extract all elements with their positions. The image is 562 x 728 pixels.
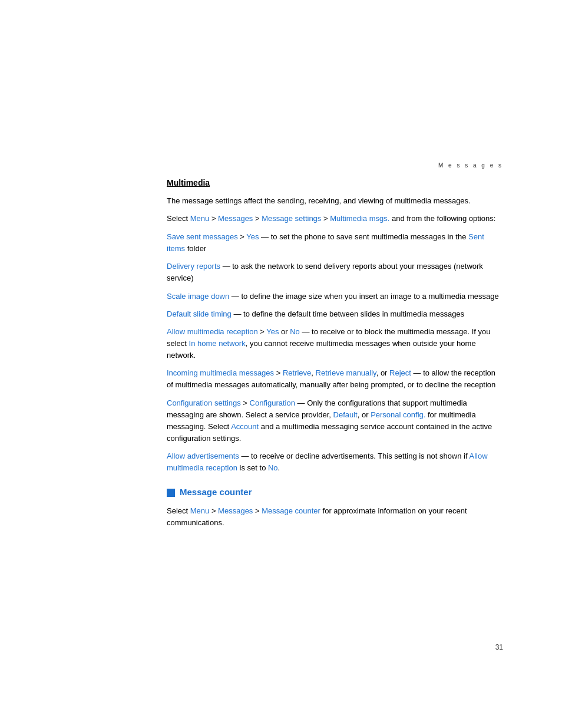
reject-link[interactable]: Reject bbox=[389, 368, 411, 377]
multimedia-section-title: Multimedia bbox=[167, 177, 503, 189]
multimedia-msgs-link[interactable]: Multimedia msgs. bbox=[330, 214, 389, 223]
account-link[interactable]: Account bbox=[231, 422, 259, 431]
delivery-reports-link[interactable]: Delivery reports bbox=[167, 262, 220, 271]
messages-link[interactable]: Messages bbox=[218, 214, 253, 223]
message-counter-text: Select Menu > Messages > Message counter… bbox=[167, 505, 503, 529]
option-delivery-reports: Delivery reports — to ask the network to… bbox=[167, 261, 503, 284]
message-counter-header: Message counter bbox=[167, 486, 503, 499]
message-settings-link[interactable]: Message settings bbox=[262, 214, 321, 223]
menu-link-2[interactable]: Menu bbox=[190, 506, 210, 515]
option-configuration: Configuration settings > Configuration —… bbox=[167, 397, 503, 445]
in-home-network-link[interactable]: In home network bbox=[189, 339, 246, 348]
scale-image-link[interactable]: Scale image down bbox=[167, 292, 229, 301]
personal-config-link[interactable]: Personal config. bbox=[371, 410, 425, 419]
multimedia-select-line: Select Menu > Messages > Message setting… bbox=[167, 213, 503, 225]
message-counter-title: Message counter bbox=[180, 486, 252, 499]
default-slide-link[interactable]: Default slide timing bbox=[167, 309, 232, 318]
yes-link-2[interactable]: Yes bbox=[266, 327, 279, 336]
option-save-sent: Save sent messages > Yes — to set the ph… bbox=[167, 231, 503, 255]
multimedia-intro: The message settings affect the sending,… bbox=[167, 195, 503, 207]
default-link[interactable]: Default bbox=[333, 410, 358, 419]
retrieve-manually-link[interactable]: Retrieve manually bbox=[316, 368, 376, 377]
save-sent-link[interactable]: Save sent messages bbox=[167, 232, 238, 241]
page-number: 31 bbox=[495, 643, 503, 651]
message-counter-link[interactable]: Message counter bbox=[262, 506, 320, 515]
section-header: M e s s a g e s bbox=[438, 162, 503, 169]
config-settings-link[interactable]: Configuration settings bbox=[167, 398, 241, 407]
messages-link-2[interactable]: Messages bbox=[218, 506, 253, 515]
option-incoming-multimedia: Incoming multimedia messages > Retrieve,… bbox=[167, 367, 503, 391]
option-allow-multimedia: Allow multimedia reception > Yes or No —… bbox=[167, 326, 503, 361]
yes-link-1[interactable]: Yes bbox=[246, 232, 259, 241]
retrieve-link[interactable]: Retrieve bbox=[283, 368, 311, 377]
no-link-2[interactable]: No bbox=[268, 463, 278, 472]
option-allow-advertisements: Allow advertisements — to receive or dec… bbox=[167, 450, 503, 474]
no-link-1[interactable]: No bbox=[290, 327, 300, 336]
allow-multimedia-link[interactable]: Allow multimedia reception bbox=[167, 327, 258, 336]
configuration-link[interactable]: Configuration bbox=[250, 398, 295, 407]
menu-link[interactable]: Menu bbox=[190, 214, 210, 223]
option-scale-image: Scale image down — to define the image s… bbox=[167, 291, 503, 302]
main-content: Multimedia The message settings affect t… bbox=[167, 177, 503, 529]
incoming-multimedia-link[interactable]: Incoming multimedia messages bbox=[167, 368, 274, 377]
allow-ads-link[interactable]: Allow advertisements bbox=[167, 452, 239, 460]
option-default-slide: Default slide timing — to define the def… bbox=[167, 308, 503, 320]
blue-square-icon bbox=[167, 489, 175, 497]
page: M e s s a g e s Multimedia The message s… bbox=[0, 0, 562, 728]
